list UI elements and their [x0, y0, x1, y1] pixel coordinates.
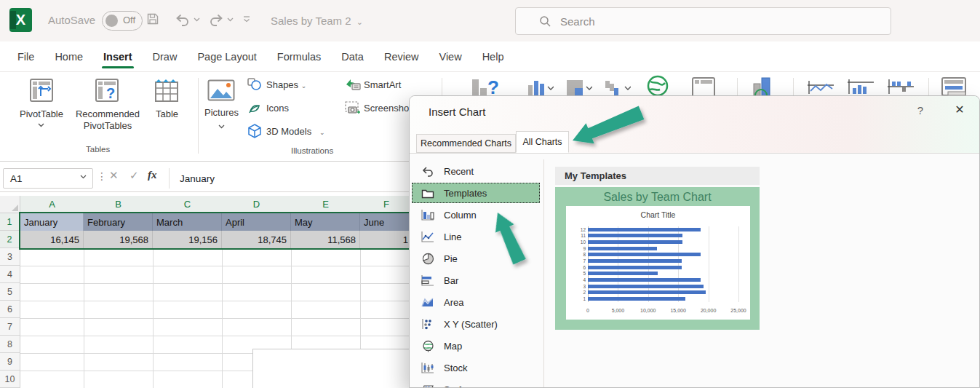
- tab-data[interactable]: Data: [340, 48, 365, 66]
- column-header-e[interactable]: E: [291, 196, 360, 213]
- row-header-1[interactable]: 1: [0, 213, 20, 231]
- tab-recommended-charts[interactable]: Recommended Charts: [416, 134, 516, 153]
- tab-file[interactable]: File: [16, 48, 36, 66]
- row-header-7[interactable]: 7: [0, 318, 20, 336]
- search-input[interactable]: [560, 15, 851, 28]
- tab-page-layout[interactable]: Page Layout: [196, 48, 258, 66]
- column-header-f[interactable]: F: [360, 196, 413, 213]
- row-header-10[interactable]: 10: [0, 371, 20, 388]
- pivottable-dropdown-icon[interactable]: [38, 123, 44, 127]
- maps-icon[interactable]: [646, 75, 669, 97]
- cell-d2[interactable]: 18,745: [222, 231, 291, 248]
- chart-placeholder: [252, 349, 413, 388]
- insert-hierarchy-chart-icon[interactable]: [566, 79, 592, 97]
- insert-function-button[interactable]: fx: [148, 169, 157, 181]
- column-header-b[interactable]: B: [84, 196, 153, 213]
- redo-dropdown-icon[interactable]: [227, 17, 234, 22]
- search-box[interactable]: [515, 7, 891, 35]
- tab-draw[interactable]: Draw: [151, 48, 179, 66]
- pivottable-button[interactable]: PivotTable: [10, 108, 73, 119]
- chart-type-templates[interactable]: Templates: [412, 183, 540, 203]
- undo-dropdown-icon[interactable]: [194, 17, 200, 22]
- svg-text:?: ?: [106, 85, 115, 101]
- cell-e1[interactable]: May: [291, 213, 360, 231]
- chart-type-map[interactable]: Map: [412, 336, 540, 356]
- cell-c1[interactable]: March: [153, 213, 222, 231]
- pictures-dropdown-icon[interactable]: [218, 124, 225, 129]
- chart-type-xy-scatter[interactable]: X Y (Scatter): [412, 314, 540, 334]
- tab-formulas[interactable]: Formulas: [276, 48, 322, 66]
- row-header-5[interactable]: 5: [0, 283, 20, 301]
- chart-type-bar[interactable]: Bar: [412, 270, 540, 290]
- chart-type-line[interactable]: Line: [412, 226, 540, 247]
- tab-all-charts[interactable]: All Charts: [516, 131, 569, 153]
- chart-type-stock[interactable]: Stock: [412, 357, 540, 378]
- shapes-dropdown-icon[interactable]: ⌄: [301, 82, 307, 90]
- pivotchart-icon[interactable]: [691, 76, 716, 97]
- tab-help[interactable]: Help: [481, 48, 506, 66]
- chart-type-column[interactable]: Column: [412, 205, 540, 225]
- screenshot-button[interactable]: Screenshot: [364, 103, 412, 114]
- cell-a1[interactable]: January: [20, 213, 84, 231]
- cell-c2[interactable]: 19,156: [153, 231, 222, 248]
- excel-logo-icon[interactable]: X: [9, 8, 32, 32]
- sparkline-line-icon[interactable]: [806, 78, 835, 95]
- tab-home[interactable]: Home: [53, 48, 84, 66]
- autosave-toggle[interactable]: Off: [102, 11, 143, 31]
- row-header-6[interactable]: 6: [0, 301, 20, 318]
- formula-bar-handle[interactable]: ⋮: [97, 170, 107, 182]
- chart-type-area[interactable]: Area: [412, 292, 540, 312]
- cell-a2[interactable]: 16,145: [20, 231, 84, 248]
- sparkline-column-icon[interactable]: [846, 78, 875, 95]
- name-box-dropdown-icon[interactable]: [80, 175, 87, 179]
- cell-b2[interactable]: 19,568: [84, 231, 153, 248]
- column-header-d[interactable]: D: [222, 196, 291, 213]
- 3d-models-dropdown-icon[interactable]: ⌄: [319, 129, 325, 136]
- pictures-button[interactable]: Pictures: [201, 107, 242, 118]
- row-header-4[interactable]: 4: [0, 266, 20, 283]
- tab-view[interactable]: View: [437, 48, 463, 66]
- name-box[interactable]: A1: [3, 168, 93, 189]
- chart-bar: [588, 290, 706, 294]
- insert-waterfall-chart-icon[interactable]: [605, 79, 631, 97]
- slicer-icon[interactable]: [941, 76, 968, 97]
- dialog-help-button[interactable]: ?: [912, 104, 928, 116]
- tab-insert[interactable]: Insert: [102, 48, 134, 66]
- customize-quick-access-icon[interactable]: [242, 15, 251, 23]
- chart-type-recent[interactable]: Recent: [412, 161, 540, 181]
- cell-f2[interactable]: 1: [360, 231, 413, 248]
- chart-type-pie[interactable]: Pie: [412, 248, 540, 269]
- table-button[interactable]: Table: [147, 108, 187, 119]
- icons-button[interactable]: Icons: [266, 103, 289, 114]
- row-header-3[interactable]: 3: [0, 248, 20, 266]
- tab-review[interactable]: Review: [383, 48, 421, 66]
- row-header-9[interactable]: 9: [0, 353, 20, 371]
- cell-e2[interactable]: 11,568: [291, 231, 360, 248]
- row-header-2[interactable]: 2: [0, 231, 20, 248]
- insert-column-chart-icon[interactable]: [527, 79, 554, 97]
- cancel-entry-icon[interactable]: ✕: [109, 169, 119, 182]
- 3d-map-icon[interactable]: [751, 76, 777, 97]
- chart-bar: [588, 253, 701, 256]
- undo-icon[interactable]: [175, 12, 191, 27]
- cell-d1[interactable]: April: [222, 213, 291, 231]
- document-title[interactable]: Sales by Team 2⌄: [271, 15, 363, 27]
- recommended-pivottables-button[interactable]: Recommended PivotTables: [71, 108, 144, 132]
- confirm-entry-icon[interactable]: ✓: [130, 169, 139, 182]
- cell-b1[interactable]: February: [84, 213, 153, 231]
- column-header-c[interactable]: C: [153, 196, 222, 213]
- sparkline-winloss-icon[interactable]: [886, 78, 915, 95]
- smartart-button[interactable]: SmartArt: [364, 79, 401, 90]
- select-all-corner[interactable]: [0, 196, 20, 213]
- dialog-close-button[interactable]: ✕: [950, 103, 969, 116]
- row-header-8[interactable]: 8: [0, 336, 20, 353]
- cell-f1[interactable]: June: [360, 213, 413, 231]
- redo-icon[interactable]: [208, 12, 224, 27]
- chart-type-surface[interactable]: Surface: [412, 379, 540, 388]
- shapes-button[interactable]: Shapes ⌄: [266, 79, 306, 90]
- 3d-models-button[interactable]: 3D Models ⌄: [266, 126, 325, 137]
- column-header-a[interactable]: A: [20, 196, 84, 213]
- save-icon[interactable]: [146, 12, 160, 26]
- chart-title: Chart Title: [566, 210, 750, 219]
- template-tile[interactable]: Sales by Team Chart Chart Title 12111098…: [555, 187, 760, 330]
